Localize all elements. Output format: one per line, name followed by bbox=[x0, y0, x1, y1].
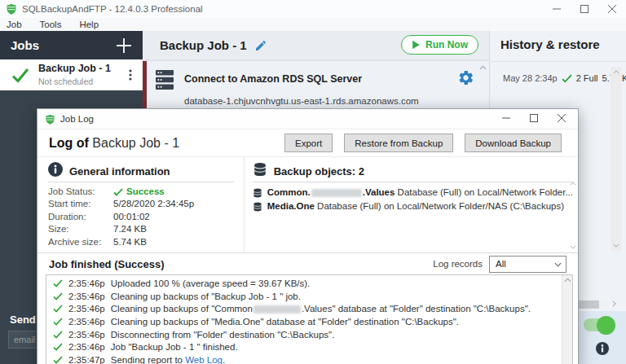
general-information-title: General information bbox=[69, 165, 170, 178]
log-row: 2:35:47p Sending report to Web Log. bbox=[46, 353, 561, 364]
app-window: SQLBackupAndFTP - 12.4.0.3 Professional … bbox=[0, 0, 626, 364]
archive-size-value: 5.74 KB bbox=[113, 236, 147, 248]
log-row: 2:35:46pCleaning up backups of "Backup J… bbox=[46, 290, 561, 303]
info-row: Archive size:5.74 KB bbox=[48, 236, 234, 248]
scroll-down-icon[interactable] bbox=[613, 243, 619, 248]
backup-object-row: Common..Values Database (Full) on Local/… bbox=[253, 186, 573, 200]
dialog-info-columns: General information Job Status: Success … bbox=[37, 157, 578, 253]
server-host: database-1.chjuvcnhvgtu.us-east-1.rds.am… bbox=[184, 96, 419, 106]
history-entry-row[interactable]: May 28 2:34p 2 Full 5.74 KB bbox=[503, 73, 626, 83]
log-text: Cleaning up backups of "Common.Values" d… bbox=[111, 304, 531, 314]
job-schedule: Not scheduled bbox=[38, 77, 93, 86]
web-log-link[interactable]: Web Log bbox=[185, 355, 223, 364]
log-check-icon bbox=[53, 356, 63, 364]
dialog-shield-icon bbox=[45, 114, 55, 125]
job-finished-row: Job finished (Success) Log records All bbox=[37, 253, 578, 274]
history-entry-date: May 28 2:34p bbox=[503, 73, 558, 83]
scroll-up-icon[interactable] bbox=[570, 182, 576, 186]
menu-help[interactable]: Help bbox=[70, 20, 108, 29]
job-kebab-menu-icon[interactable] bbox=[123, 68, 138, 82]
info-circle-icon bbox=[48, 162, 63, 180]
general-information-section: General information Job Status: Success … bbox=[37, 157, 245, 252]
scroll-up-icon[interactable] bbox=[564, 278, 571, 283]
main-titlebar: SQLBackupAndFTP - 12.4.0.3 Professional bbox=[0, 0, 626, 18]
log-records-value: All bbox=[496, 259, 506, 269]
job-success-check-icon bbox=[11, 65, 30, 88]
play-icon bbox=[412, 40, 421, 50]
page-title: Backup Job - 1 bbox=[160, 38, 247, 52]
log-check-icon bbox=[53, 331, 63, 339]
menu-job[interactable]: Job bbox=[0, 20, 31, 29]
job-finished-title: Job finished (Success) bbox=[49, 258, 165, 270]
size-value: 7.24 KB bbox=[113, 223, 147, 235]
info-icon[interactable] bbox=[596, 342, 609, 358]
backup-object-text: Media.One Database (Full) on Local/Netwo… bbox=[267, 200, 564, 213]
log-of-heading: Log of Backup Job - 1 bbox=[49, 136, 179, 151]
history-scrollbar[interactable] bbox=[611, 67, 622, 251]
database-icon bbox=[253, 162, 267, 180]
history-title: History & restore bbox=[500, 37, 600, 51]
dialog-close-icon[interactable] bbox=[548, 109, 575, 127]
download-backup-button[interactable]: Download Backup bbox=[465, 134, 562, 152]
backup-object-text: Common..Values Database (Full) on Local/… bbox=[267, 186, 573, 200]
scrollbar-thumb[interactable] bbox=[577, 300, 599, 309]
log-records-label: Log records bbox=[433, 259, 483, 269]
log-text: Sending report to Web Log. bbox=[111, 355, 225, 364]
edit-pencil-icon[interactable] bbox=[254, 39, 267, 52]
scroll-up-icon[interactable] bbox=[613, 70, 619, 74]
log-check-icon bbox=[53, 279, 63, 287]
log-filter: Log records All bbox=[433, 256, 566, 273]
scroll-down-icon[interactable] bbox=[570, 245, 576, 249]
log-row: 2:35:46p Cleaning up backups of "Common.… bbox=[46, 302, 561, 315]
main-scroll-up-icon[interactable] bbox=[479, 65, 487, 70]
run-now-label: Run Now bbox=[425, 39, 468, 50]
dialog-title: Job Log bbox=[60, 114, 94, 124]
jobs-sidebar-header: Jobs bbox=[0, 31, 143, 59]
dialog-buttons: Export Restore from Backup Download Back… bbox=[284, 134, 562, 152]
chevron-down-icon bbox=[554, 262, 562, 267]
duration-value: 00:01:02 bbox=[113, 211, 150, 223]
job-list-item[interactable]: Backup Job - 1 Not scheduled bbox=[0, 59, 143, 90]
run-now-button[interactable]: Run Now bbox=[401, 35, 478, 55]
log-scrollbar[interactable] bbox=[562, 275, 572, 364]
menu-tools[interactable]: Tools bbox=[31, 20, 71, 29]
server-card-title: Connect to Amazon RDS SQL Server bbox=[184, 73, 362, 85]
log-row: 2:35:46pUploaded 100 % (average speed = … bbox=[46, 277, 561, 290]
backup-object-row: Media.One Database (Full) on Local/Netwo… bbox=[253, 200, 573, 213]
add-job-plus-icon[interactable] bbox=[113, 35, 134, 56]
log-list[interactable]: 2:35:46pUploaded 100 % (average speed = … bbox=[46, 274, 573, 364]
menubar: Job Tools Help bbox=[0, 18, 626, 31]
dialog-window-controls bbox=[492, 109, 575, 129]
log-row: 2:35:46pCleaning up backups of "Media.On… bbox=[46, 315, 561, 328]
jobs-header-label: Jobs bbox=[11, 38, 39, 52]
start-time-value: 5/28/2020 2:34:45p bbox=[113, 198, 194, 210]
log-check-icon bbox=[53, 343, 63, 351]
redacted-text bbox=[311, 189, 362, 197]
log-check-icon bbox=[53, 305, 63, 313]
dialog-minimize-icon[interactable] bbox=[492, 109, 520, 127]
log-check-icon bbox=[53, 318, 63, 326]
log-of-bold: Log of bbox=[49, 136, 89, 150]
database-icon bbox=[253, 202, 262, 212]
gear-icon[interactable] bbox=[457, 69, 474, 90]
close-icon[interactable] bbox=[598, 0, 626, 18]
restore-from-backup-button[interactable]: Restore from Backup bbox=[344, 134, 453, 152]
dialog-maximize-icon[interactable] bbox=[520, 109, 548, 127]
info-row: Start time:5/28/2020 2:34:45p bbox=[48, 198, 234, 210]
minimize-icon[interactable] bbox=[543, 0, 571, 18]
log-check-icon bbox=[53, 292, 63, 300]
maximize-icon[interactable] bbox=[571, 0, 598, 18]
export-button[interactable]: Export bbox=[284, 134, 333, 152]
toggle-switch[interactable] bbox=[584, 318, 613, 331]
toggle-thumb[interactable] bbox=[597, 316, 615, 335]
window-title: SQLBackupAndFTP - 12.4.0.3 Professional bbox=[22, 4, 203, 14]
app-logo-shield-icon bbox=[6, 3, 17, 15]
redacted-text bbox=[253, 305, 301, 314]
dialog-titlebar: Job Log bbox=[37, 109, 578, 129]
backup-objects-section: Backup objects: 2 Common..Values Databas… bbox=[245, 157, 578, 252]
scroll-right-icon[interactable] bbox=[612, 300, 616, 307]
log-records-select[interactable]: All bbox=[489, 256, 566, 273]
history-entry-detail: 2 Full bbox=[576, 73, 598, 83]
job-status-label: Job Status: bbox=[48, 186, 113, 198]
backup-objects-title: Backup objects: 2 bbox=[274, 165, 364, 178]
